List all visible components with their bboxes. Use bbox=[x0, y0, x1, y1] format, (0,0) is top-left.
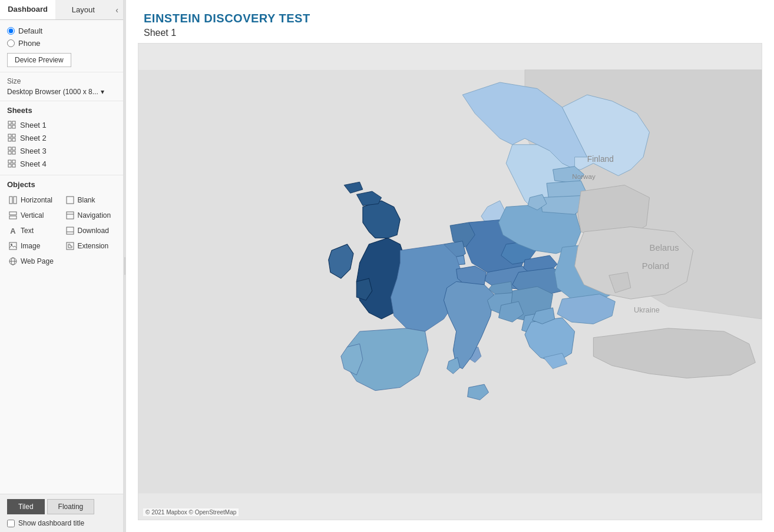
svg-rect-25 bbox=[9, 242, 16, 250]
svg-rect-13 bbox=[12, 160, 15, 163]
object-text[interactable]: A Text bbox=[7, 224, 59, 237]
sidebar: Dashboard Layout ‹ Default Phone Device … bbox=[0, 0, 124, 532]
floating-button[interactable]: Floating bbox=[47, 499, 95, 514]
default-layout-label: Default bbox=[18, 26, 42, 35]
svg-text:Norway: Norway bbox=[572, 172, 596, 180]
svg-rect-15 bbox=[12, 164, 15, 167]
blank-icon bbox=[65, 195, 75, 205]
size-chevron-icon: ▾ bbox=[101, 88, 104, 96]
object-webpage[interactable]: Web Page bbox=[7, 255, 59, 268]
object-horizontal-label: Horizontal bbox=[21, 196, 52, 204]
phone-layout-label: Phone bbox=[18, 39, 41, 48]
svg-rect-1 bbox=[12, 121, 15, 124]
sheet2-label: Sheet 2 bbox=[20, 134, 47, 142]
object-vertical-label: Vertical bbox=[21, 211, 44, 220]
sidebar-divider bbox=[124, 0, 126, 532]
svg-rect-20 bbox=[9, 216, 16, 219]
svg-rect-3 bbox=[12, 125, 15, 128]
object-navigation-label: Navigation bbox=[78, 211, 111, 220]
navigation-icon bbox=[65, 211, 75, 220]
objects-section: Objects Horizontal Blank Vertical bbox=[0, 175, 123, 494]
object-vertical[interactable]: Vertical bbox=[7, 209, 59, 222]
extension-icon bbox=[65, 241, 75, 251]
sheet2-icon bbox=[7, 133, 16, 142]
object-webpage-label: Web Page bbox=[21, 257, 54, 265]
size-section: Size Desktop Browser (1000 x 8... ▾ bbox=[0, 72, 123, 101]
map-container: Finland Norway Belarus Ukraine Poland Tu… bbox=[138, 43, 762, 520]
sheet-item-3[interactable]: Sheet 3 bbox=[7, 144, 116, 157]
objects-grid: Horizontal Blank Vertical Navigation bbox=[7, 194, 116, 268]
object-image-label: Image bbox=[21, 242, 40, 250]
tiled-button[interactable]: Tiled bbox=[7, 499, 45, 514]
svg-text:Ukraine: Ukraine bbox=[634, 306, 660, 314]
device-preview-button[interactable]: Device Preview bbox=[7, 53, 71, 67]
phone-layout-option[interactable]: Phone bbox=[7, 37, 116, 49]
svg-rect-10 bbox=[8, 151, 11, 154]
show-title-control[interactable]: Show dashboard title bbox=[7, 519, 116, 527]
svg-rect-9 bbox=[12, 147, 15, 150]
svg-rect-7 bbox=[12, 138, 15, 141]
main-content: EINSTEIN DISCOVERY TEST Sheet 1 bbox=[126, 0, 774, 532]
tiled-floating-controls: Tiled Floating bbox=[7, 499, 116, 514]
svg-rect-18 bbox=[67, 197, 74, 204]
svg-rect-16 bbox=[9, 197, 12, 204]
show-title-checkbox[interactable] bbox=[7, 520, 15, 527]
text-icon: A bbox=[8, 226, 18, 235]
svg-rect-6 bbox=[8, 138, 11, 141]
object-horizontal[interactable]: Horizontal bbox=[7, 194, 59, 207]
sheet4-icon bbox=[7, 159, 16, 168]
svg-text:Poland: Poland bbox=[642, 261, 669, 271]
image-icon bbox=[8, 241, 18, 251]
sheets-title: Sheets bbox=[7, 106, 116, 115]
svg-rect-23 bbox=[67, 227, 74, 234]
svg-rect-8 bbox=[8, 147, 11, 150]
svg-text:Finland: Finland bbox=[587, 155, 614, 164]
svg-rect-21 bbox=[67, 212, 74, 219]
sidebar-bottom: Tiled Floating Show dashboard title bbox=[0, 494, 123, 532]
object-download[interactable]: Download bbox=[64, 224, 117, 237]
main-header: EINSTEIN DISCOVERY TEST Sheet 1 bbox=[126, 0, 774, 43]
sheet-item-2[interactable]: Sheet 2 bbox=[7, 131, 116, 144]
tab-dashboard[interactable]: Dashboard bbox=[0, 0, 55, 19]
horizontal-icon bbox=[8, 195, 18, 205]
svg-point-26 bbox=[11, 244, 12, 245]
svg-rect-0 bbox=[8, 121, 11, 124]
sidebar-tabs: Dashboard Layout ‹ bbox=[0, 0, 123, 20]
webpage-icon bbox=[8, 257, 18, 266]
svg-rect-14 bbox=[8, 164, 11, 167]
object-navigation[interactable]: Navigation bbox=[64, 209, 117, 222]
svg-rect-17 bbox=[14, 197, 16, 204]
show-title-label: Show dashboard title bbox=[18, 519, 84, 527]
sheet3-label: Sheet 3 bbox=[20, 147, 47, 155]
svg-rect-4 bbox=[8, 134, 11, 137]
size-value: Desktop Browser (1000 x 8... bbox=[7, 88, 98, 96]
object-extension-label: Extension bbox=[78, 242, 109, 250]
object-text-label: Text bbox=[21, 227, 34, 235]
sheet3-icon bbox=[7, 146, 16, 155]
object-download-label: Download bbox=[78, 227, 109, 235]
sheets-section: Sheets Sheet 1 Sheet 2 Sheet 3 Sheet 4 bbox=[0, 101, 123, 175]
tab-layout[interactable]: Layout bbox=[55, 0, 111, 19]
default-layout-option[interactable]: Default bbox=[7, 25, 116, 37]
europe-map: Finland Norway Belarus Ukraine Poland Tu… bbox=[138, 44, 762, 520]
sheet-item-4[interactable]: Sheet 4 bbox=[7, 157, 116, 170]
sheet-item-1[interactable]: Sheet 1 bbox=[7, 118, 116, 131]
object-image[interactable]: Image bbox=[7, 240, 59, 252]
map-attribution: © 2021 Mapbox © OpenStreetMap bbox=[143, 508, 239, 516]
size-selector[interactable]: Desktop Browser (1000 x 8... ▾ bbox=[7, 88, 116, 96]
object-extension[interactable]: Extension bbox=[64, 240, 117, 252]
page-title: EINSTEIN DISCOVERY TEST bbox=[144, 12, 756, 25]
sheet4-label: Sheet 4 bbox=[20, 159, 47, 168]
download-icon bbox=[65, 226, 75, 235]
objects-title: Objects bbox=[7, 180, 116, 189]
object-blank[interactable]: Blank bbox=[64, 194, 117, 207]
vertical-icon bbox=[8, 211, 18, 220]
sheet1-label: Sheet 1 bbox=[20, 121, 47, 129]
close-sidebar-button[interactable]: ‹ bbox=[111, 0, 123, 19]
svg-rect-5 bbox=[12, 134, 15, 137]
svg-rect-2 bbox=[8, 125, 11, 128]
svg-rect-12 bbox=[8, 160, 11, 163]
svg-rect-11 bbox=[12, 151, 15, 154]
layout-options-section: Default Phone Device Preview bbox=[0, 20, 123, 72]
size-title: Size bbox=[7, 77, 116, 85]
